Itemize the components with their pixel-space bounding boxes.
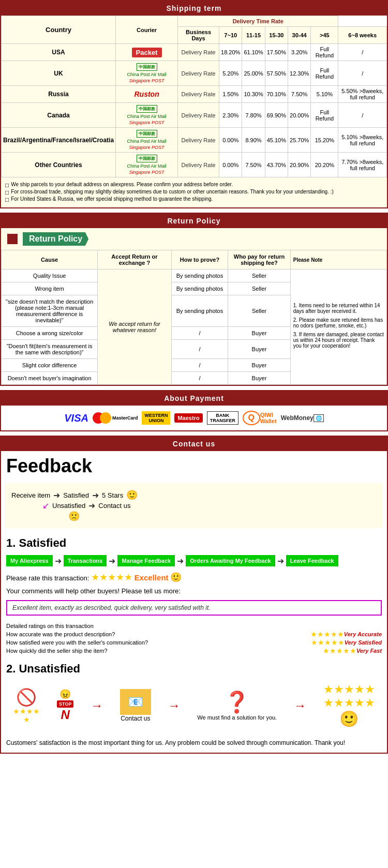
data-cell-3-0: 2.30% [219, 103, 242, 128]
step-transactions[interactable]: Transactions [64, 555, 107, 566]
result-group: ★★★★★★★★★★ 🙂 [323, 683, 375, 728]
bank-transfer-logo: BANKTRANSFER [207, 411, 238, 425]
data-cell-5-5: 7.70% >8weeks, full refund [338, 153, 387, 177]
courier-cell-2: Ruston [116, 86, 178, 103]
contact-us-label: Contact us [98, 502, 130, 510]
note-1: We ship parcels to your default address … [5, 182, 383, 189]
who-header: Who pay for return shipping fee? [228, 250, 291, 270]
feedback-flow-row2: ↙ Unsatisfied ➜ Contact us [42, 501, 377, 511]
data-cell-5-3: 20.90% [288, 153, 311, 177]
question-icon: ❓ [197, 690, 277, 714]
shipping-table: Country Courier Delivery Time Rate Busin… [1, 16, 387, 177]
return-icon [7, 234, 18, 244]
big-arrow-1: → [91, 698, 103, 713]
shipping-notes: We ship parcels to your default address … [1, 177, 387, 207]
data-cell-0-4: Full Refund [311, 44, 338, 61]
return-who-1: Seller [228, 282, 291, 295]
ratings-detail: Detailed ratings on this transaction How… [1, 619, 387, 658]
return-cause-5: Slight color difference [2, 359, 98, 372]
return-prove-1: By sending photos [171, 282, 228, 295]
frown-emoji: 😠 [57, 689, 73, 700]
data-cell-1-2: 57.50% [265, 61, 288, 86]
prove-header: How to prove? [171, 250, 228, 270]
data-cell-0-3: 3.20% [288, 44, 311, 61]
col-15-30: 15-30 [265, 27, 288, 44]
stop-sign-group: 😠 STOP N [57, 689, 73, 722]
col-bd: Business Days [178, 27, 219, 44]
detailed-title: Detailed ratings on this transaction [6, 623, 382, 629]
country-cell-3: Canada [2, 103, 116, 128]
payment-header: About Payment [1, 391, 387, 406]
must-find-text: We must find a solution for you. [197, 714, 277, 721]
unsatisfied-flow: 🚫 ★★★★★ 😠 STOP N → 📧 Contact us → ❓ We m… [1, 678, 387, 733]
data-cell-5-0: 0.00% [219, 153, 242, 177]
feedback-flow-row1: Receive item ➜ Satisfied ➜ 5 Stars 🙂 [11, 489, 377, 501]
result-emoji: 🙂 [323, 710, 375, 728]
col-6-8: 6~8 weeks [338, 27, 387, 44]
data-cell-2-0: 1.50% [219, 86, 242, 103]
col-45: >45 [311, 27, 338, 44]
qiwi-logo: Q QIWIWallet [243, 411, 277, 425]
stars-stack-1: ★★★★★ [13, 707, 40, 724]
return-who-0: Seller [228, 270, 291, 282]
data-cell-1-4: Full Refund [311, 61, 338, 86]
courier-cell-5: 中国邮政 China Post Air Mail Singapore POST [116, 153, 178, 177]
courier-header: Courier [116, 16, 178, 44]
maestro-logo: Maestro [174, 413, 202, 423]
arrow2: ➜ [92, 490, 99, 500]
data-cell-2-3: 7.50% [288, 86, 311, 103]
return-cause-2: "size doesn't match the description (ple… [2, 295, 98, 327]
shipping-header: Shipping term [1, 1, 387, 16]
return-prove-0: By sending photos [171, 270, 228, 282]
courier-cell-4: 中国邮政 China Post Air Mail Singapore POST [116, 128, 178, 153]
data-cell-1-5: / [338, 61, 387, 86]
n-sign: N [57, 708, 73, 722]
data-cell-4-4: 15.20% [311, 128, 338, 153]
data-cell-4-5: 5.10% >8weeks, full refund [338, 128, 387, 153]
return-header: Return Policy [1, 214, 387, 228]
data-cell-0-1: 61.10% [242, 44, 265, 61]
return-section: Return Policy Return Policy Cause Accept… [0, 213, 388, 386]
return-who-5: Buyer [228, 359, 291, 372]
return-who-2: Seller [228, 295, 291, 327]
return-who-4: Buyer [228, 340, 291, 359]
payment-section: About Payment VISA MasterCard WESTERNUNI… [0, 390, 388, 431]
return-prove-2: By sending photos [171, 295, 228, 327]
col-11-15: 11-15 [242, 27, 265, 44]
data-cell-3-4: Full Refund [311, 103, 338, 128]
unsatisfied-title: 2. Unsatisfied [1, 658, 387, 678]
emoji-excellent: 🙂 [170, 572, 182, 582]
data-cell-2-1: 10.30% [242, 86, 265, 103]
country-cell-1: UK [2, 61, 116, 86]
return-banner-text: Return Policy [23, 232, 88, 246]
cause-header: Cause [2, 250, 98, 270]
rate-text: Please rate this transaction: [6, 574, 89, 582]
five-stars-label: 5 Stars [102, 491, 123, 499]
receive-item-label: Receive item [11, 491, 50, 499]
satisfied-title: 1. Satisfied [1, 532, 387, 552]
country-header: Country [2, 16, 116, 44]
delivery-rate-label-4: Delivery Rate [178, 128, 219, 153]
data-cell-1-3: 12.30% [288, 61, 311, 86]
data-cell-1-0: 5.20% [219, 61, 242, 86]
emoji-unsatisfied: 🙁 [68, 511, 80, 521]
data-cell-5-1: 7.50% [242, 153, 265, 177]
stop-sign: STOP [57, 700, 73, 708]
steps-row: My Aliexpress ➜ Transactions ➜ Manage Fe… [1, 552, 387, 570]
step-manage-feedback[interactable]: Manage Feedback [117, 555, 175, 566]
contact-us-text: Contact us [120, 715, 151, 722]
data-cell-0-2: 17.50% [265, 44, 288, 61]
step-arrow3: ➜ [177, 556, 184, 566]
step-my-aliexpress[interactable]: My Aliexpress [6, 555, 53, 566]
payment-logos-row: VISA MasterCard WESTERNUNION Maestro BAN… [1, 406, 387, 430]
courier-cell-3: 中国邮政 China Post Air Mail Singapore POST [116, 103, 178, 128]
mastercard-logo: MasterCard [93, 412, 138, 424]
data-cell-5-2: 43.70% [265, 153, 288, 177]
return-who-6: Buyer [228, 372, 291, 385]
return-prove-5: / [171, 359, 228, 372]
step-orders-awaiting[interactable]: Orders Awaiting My Feedback [186, 555, 275, 566]
country-cell-4: Brazil/Argentina/France/Israel/Croatia [2, 128, 116, 153]
country-cell-5: Other Countries [2, 153, 116, 177]
note-3: For United States & Russia, we offer spe… [5, 196, 383, 203]
step-leave-feedback[interactable]: Leave Feedback [286, 555, 338, 566]
